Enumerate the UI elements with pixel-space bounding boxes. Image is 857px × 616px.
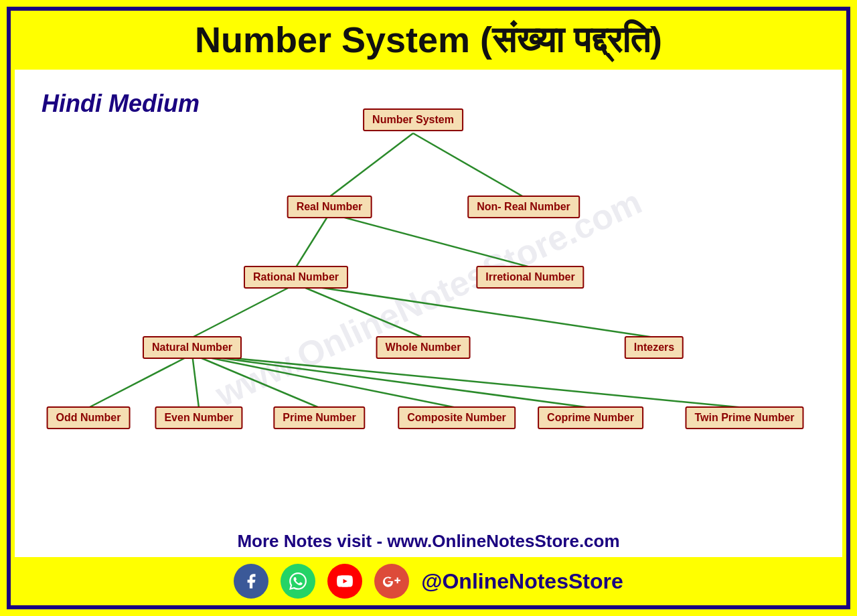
facebook-icon[interactable] <box>234 564 268 599</box>
node-coprime-number: Coprime Number <box>538 406 643 429</box>
youtube-icon[interactable] <box>327 564 362 599</box>
svg-line-3 <box>329 214 530 267</box>
tree-lines <box>15 70 842 526</box>
whatsapp-icon[interactable] <box>281 564 315 599</box>
header: Number System (संख्या पद्द्रति) <box>11 11 846 70</box>
svg-line-5 <box>296 284 423 337</box>
node-rational-number: Rational Number <box>244 266 348 289</box>
svg-line-6 <box>296 284 654 337</box>
node-non-real-number: Non- Real Number <box>467 196 580 218</box>
svg-line-1 <box>413 133 524 197</box>
footer: More Notes visit - www.OnlineNotesStore.… <box>15 526 842 557</box>
svg-line-0 <box>329 133 413 197</box>
node-twin-prime-number: Twin Prime Number <box>685 406 803 429</box>
svg-line-12 <box>192 354 745 408</box>
svg-line-4 <box>192 284 296 337</box>
svg-line-10 <box>192 354 457 408</box>
social-bar: @OnlineNotesStore <box>11 557 846 605</box>
main-content: Hindi Medium www.OnlineNotesStore.com <box>15 70 842 526</box>
outer-border: Number System (संख्या पद्द्रति) Hindi Me… <box>7 7 850 609</box>
node-prime-number: Prime Number <box>273 406 365 429</box>
svg-line-2 <box>296 214 329 267</box>
node-whole-number: Whole Number <box>376 336 471 359</box>
page-title: Number System (संख्या पद्द्रति) <box>24 19 833 62</box>
node-irrational-number: Irretional Number <box>476 266 584 289</box>
node-integers: Intezers <box>625 336 684 359</box>
svg-line-11 <box>192 354 591 408</box>
svg-line-8 <box>192 354 199 408</box>
svg-line-7 <box>88 354 192 408</box>
node-composite-number: Composite Number <box>398 406 516 429</box>
node-real-number: Real Number <box>287 196 372 218</box>
node-natural-number: Natural Number <box>143 336 242 359</box>
node-odd-number: Odd Number <box>47 406 131 429</box>
googleplus-icon[interactable] <box>374 564 409 599</box>
node-even-number: Even Number <box>155 406 242 429</box>
footer-text: More Notes visit - www.OnlineNotesStore.… <box>28 531 829 552</box>
social-handle: @OnlineNotesStore <box>421 569 623 594</box>
node-number-system: Number System <box>363 108 463 131</box>
